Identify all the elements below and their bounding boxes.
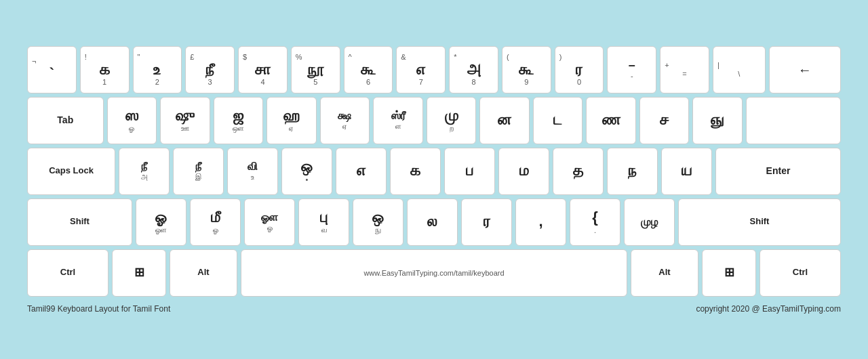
key-3[interactable]: £ நீ 3	[185, 46, 235, 93]
key-v[interactable]: பு வ	[298, 198, 349, 246]
key-2[interactable]: " உ 2	[133, 46, 182, 93]
row-zxcv: Shift ஓ ஓள மீ ஓ ஓள ஓ பு வ ஒ நு ல ர ,	[27, 198, 841, 246]
key-b[interactable]: ஒ நு	[353, 198, 403, 246]
key-comma[interactable]: ,	[515, 198, 566, 246]
key-j[interactable]: ப	[444, 148, 495, 195]
key-5[interactable]: % நூ 5	[291, 46, 340, 93]
key-bracket-l[interactable]: ச	[639, 97, 690, 144]
keyboard-container: ¬ ` ! க 1 " உ 2 £ நீ 3 $ சா 4 % நூ 5 ^	[27, 46, 841, 300]
key-tab[interactable]: Tab	[27, 97, 104, 144]
key-ctrl-right[interactable]: Ctrl	[760, 249, 841, 297]
footer: Tamil99 Keyboard Layout for Tamil Font c…	[27, 304, 841, 314]
key-e[interactable]: ஜ ஒள	[214, 97, 264, 144]
key-i[interactable]: ன	[479, 97, 530, 144]
key-space[interactable]: www.EasyTamilTyping.com/tamil/keyboard	[241, 249, 627, 297]
key-1[interactable]: ! க 1	[80, 46, 130, 93]
key-r[interactable]: ஹ ஏ	[267, 97, 317, 144]
key-bracket-r[interactable]: ஞு	[692, 97, 743, 144]
key-slash[interactable]: முழ	[624, 198, 675, 246]
key-9[interactable]: ( கூ 9	[502, 46, 551, 93]
key-quote[interactable]: ய	[661, 148, 712, 195]
key-ctrl-left[interactable]: Ctrl	[27, 249, 108, 297]
key-enter[interactable]	[746, 97, 841, 144]
key-f[interactable]: ஒ •	[281, 148, 332, 195]
key-period[interactable]: { .	[570, 198, 620, 246]
key-0[interactable]: ) ர 0	[555, 46, 604, 93]
key-t[interactable]: க்ஷ ஏ	[320, 97, 370, 144]
key-n[interactable]: ல	[407, 198, 458, 246]
key-win-right[interactable]: ⊞	[702, 249, 756, 297]
key-m[interactable]: ர	[461, 198, 512, 246]
key-6[interactable]: ^ கூ 6	[344, 46, 393, 93]
row-qwerty: Tab ஸ ஓ ஷு ஊ ஜ ஒள ஹ ஏ க்ஷ ஏ ஸ்ரீ ள மு ற	[27, 97, 841, 144]
key-g[interactable]: எ	[336, 148, 387, 195]
key-backspace[interactable]: ←	[769, 46, 841, 93]
key-d[interactable]: வி உ	[227, 148, 278, 195]
key-z[interactable]: ஓ ஓள	[136, 198, 186, 246]
key-p[interactable]: ண	[586, 97, 636, 144]
key-shift-left[interactable]: Shift	[27, 198, 132, 246]
key-alt-left[interactable]: Alt	[170, 249, 237, 297]
key-win-left[interactable]: ⊞	[112, 249, 166, 297]
key-k[interactable]: ம	[498, 148, 549, 195]
key-w[interactable]: ஷு ஊ	[160, 97, 210, 144]
row-bottom: Ctrl ⊞ Alt www.EasyTamilTyping.com/tamil…	[27, 249, 841, 297]
key-u[interactable]: மு ற	[427, 97, 477, 144]
key-shift-right[interactable]: Shift	[678, 198, 841, 246]
key-o[interactable]: ட	[533, 97, 583, 144]
key-7[interactable]: & எ 7	[396, 46, 446, 93]
key-s[interactable]: நீ இ	[173, 148, 224, 195]
key-equals[interactable]: + =	[660, 46, 709, 93]
row-asdf: Caps Lock நீ அ நீ இ வி உ ஒ • எ க ப ம	[27, 148, 841, 195]
keyboard-title: Tamil99 Keyboard Layout for Tamil Font	[27, 304, 170, 314]
key-y[interactable]: ஸ்ரீ ள	[373, 97, 423, 144]
key-8[interactable]: * அ 8	[449, 46, 498, 93]
key-caps-lock[interactable]: Caps Lock	[27, 148, 115, 195]
key-h[interactable]: க	[390, 148, 441, 195]
key-q[interactable]: ஸ ஓ	[107, 97, 157, 144]
key-x[interactable]: மீ ஓ	[190, 198, 241, 246]
key-alt-right[interactable]: Alt	[631, 249, 698, 297]
key-l[interactable]: த	[553, 148, 604, 195]
key-minus[interactable]: – -	[607, 46, 656, 93]
key-a[interactable]: நீ அ	[119, 148, 170, 195]
copyright-text: copyright 2020 @ EasyTamilTyping.com	[696, 304, 841, 314]
row-numbers: ¬ ` ! க 1 " உ 2 £ நீ 3 $ சா 4 % நூ 5 ^	[27, 46, 841, 93]
key-backtick[interactable]: ¬ `	[27, 46, 77, 93]
key-c[interactable]: ஓள ஓ	[244, 198, 295, 246]
key-enter-main[interactable]: Enter	[715, 148, 841, 195]
key-backslash[interactable]: | \	[713, 46, 766, 93]
key-4[interactable]: $ சா 4	[238, 46, 288, 93]
key-semicolon[interactable]: ந	[607, 148, 658, 195]
